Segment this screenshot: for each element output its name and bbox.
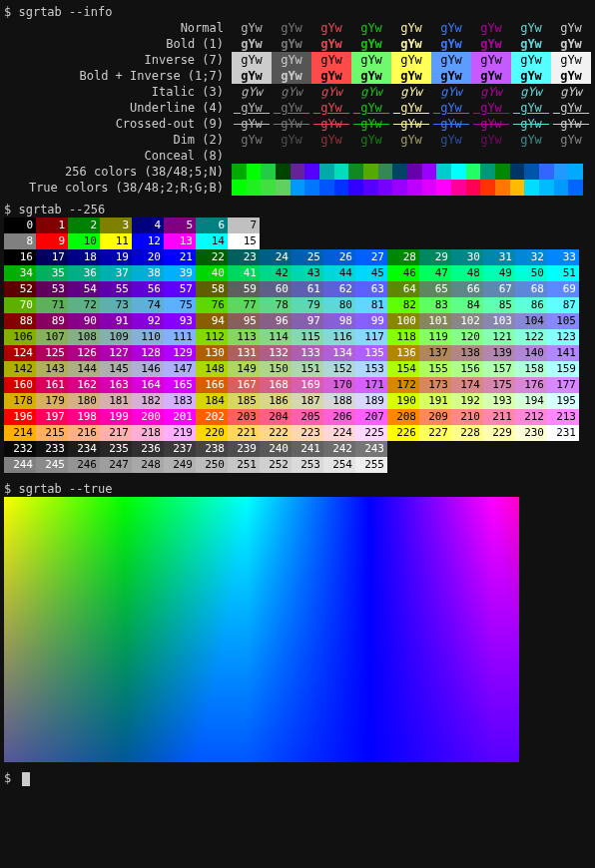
color-cell: 5 xyxy=(164,217,196,233)
sgr-sample: gYw xyxy=(551,116,591,132)
color-cell: 78 xyxy=(260,297,292,313)
color-cell: 202 xyxy=(196,409,228,425)
color-cell: 253 xyxy=(292,457,323,473)
color-cell: 195 xyxy=(547,393,579,409)
color-cell: 128 xyxy=(132,345,164,361)
color-cell: 251 xyxy=(228,457,260,473)
truecolor-gradient xyxy=(4,497,519,762)
color-cell: 91 xyxy=(100,313,132,329)
color-cell: 117 xyxy=(355,329,387,345)
color-cell: 114 xyxy=(260,329,292,345)
info-row-label: Dim (2) xyxy=(0,132,232,148)
color-cell: 160 xyxy=(4,377,36,393)
sgr-sample: gYw xyxy=(511,100,551,116)
color-cell: 131 xyxy=(228,345,260,361)
color-cell: 108 xyxy=(68,329,100,345)
color-cell: 35 xyxy=(36,265,68,281)
color-cell: 218 xyxy=(132,425,164,441)
color-cell: 90 xyxy=(68,313,100,329)
color-cell: 14 xyxy=(196,233,228,249)
color-cell: 57 xyxy=(164,281,196,297)
color-cell: 27 xyxy=(355,249,387,265)
sgr-sample: gYw xyxy=(272,20,311,36)
sgr-sample: gYw xyxy=(351,68,391,84)
info-row-label: Inverse (7) xyxy=(0,52,232,68)
color-cell: 6 xyxy=(196,217,228,233)
info-row-label: Underline (4) xyxy=(0,100,232,116)
color-cell: 72 xyxy=(68,297,100,313)
prompt-line-idle[interactable]: $ xyxy=(0,770,595,786)
color-cell: 97 xyxy=(292,313,323,329)
color-cell: 189 xyxy=(355,393,387,409)
sgr-sample: gYw xyxy=(232,132,272,148)
color-cell: 16 xyxy=(4,249,36,265)
color-cell: 196 xyxy=(4,409,36,425)
color-cell: 44 xyxy=(323,265,355,281)
sgr-sample: gYw xyxy=(351,84,391,100)
sgr-sample: gYw xyxy=(351,52,391,68)
color-cell: 228 xyxy=(451,425,483,441)
color-cell: 65 xyxy=(419,281,451,297)
color-cell: 86 xyxy=(515,297,547,313)
color-cell: 237 xyxy=(164,441,196,457)
color-cell: 25 xyxy=(292,249,323,265)
color-cell: 111 xyxy=(164,329,196,345)
sgr-sample: gYw xyxy=(272,84,311,100)
sgr-sample: gYw xyxy=(391,52,431,68)
color-cell: 241 xyxy=(292,441,323,457)
sgr-sample: gYw xyxy=(391,148,431,164)
cursor xyxy=(22,772,30,786)
sgr-sample: gYw xyxy=(272,52,311,68)
color-cell: 4 xyxy=(132,217,164,233)
color-cell: 125 xyxy=(36,345,68,361)
sgr-sample: gYw xyxy=(391,84,431,100)
color-cell: 207 xyxy=(355,409,387,425)
sgr-sample: gYw xyxy=(431,116,471,132)
sgr-sample: gYw xyxy=(351,116,391,132)
color-cell: 226 xyxy=(387,425,419,441)
color-cell: 154 xyxy=(387,361,419,377)
color-cell: 190 xyxy=(387,393,419,409)
color-cell: 83 xyxy=(419,297,451,313)
color-cell: 102 xyxy=(451,313,483,329)
color-cell: 205 xyxy=(292,409,323,425)
xterm-256-table: 0123456789101112131415161718192021222324… xyxy=(0,217,595,473)
color-cell: 37 xyxy=(100,265,132,281)
color-cell: 106 xyxy=(4,329,36,345)
color-cell: 79 xyxy=(292,297,323,313)
color-cell: 176 xyxy=(515,377,547,393)
color-cell: 217 xyxy=(100,425,132,441)
color-cell: 206 xyxy=(323,409,355,425)
info-row-label: Italic (3) xyxy=(0,84,232,100)
color-cell: 63 xyxy=(355,281,387,297)
color-cell: 0 xyxy=(4,217,36,233)
color-cell: 82 xyxy=(387,297,419,313)
color-cell: 145 xyxy=(100,361,132,377)
sgr-sample: gYw xyxy=(511,36,551,52)
color-cell: 208 xyxy=(387,409,419,425)
color-cell: 26 xyxy=(323,249,355,265)
color-cell: 74 xyxy=(132,297,164,313)
color-cell: 77 xyxy=(228,297,260,313)
sgr-sample: gYw xyxy=(471,68,511,84)
sgr-sample: gYw xyxy=(311,132,351,148)
color-cell: 156 xyxy=(451,361,483,377)
color-cell: 248 xyxy=(132,457,164,473)
color-cell: 146 xyxy=(132,361,164,377)
sgr-sample: gYw xyxy=(232,84,272,100)
color-cell: 139 xyxy=(483,345,515,361)
sgr-sample: gYw xyxy=(551,148,591,164)
sgr-sample: gYw xyxy=(272,132,311,148)
color-cell: 113 xyxy=(228,329,260,345)
color-cell: 212 xyxy=(515,409,547,425)
color-cell: 80 xyxy=(323,297,355,313)
color-cell: 158 xyxy=(515,361,547,377)
color-cell: 177 xyxy=(547,377,579,393)
sgr-sample: gYw xyxy=(311,20,351,36)
color-cell: 239 xyxy=(228,441,260,457)
sgr-info-table: Normal gYw gYw gYw gYw gYw gYw gYw gYw g… xyxy=(0,20,595,196)
color-cell: 115 xyxy=(292,329,323,345)
sgr-sample: gYw xyxy=(311,36,351,52)
color-cell: 178 xyxy=(4,393,36,409)
color-cell: 242 xyxy=(323,441,355,457)
